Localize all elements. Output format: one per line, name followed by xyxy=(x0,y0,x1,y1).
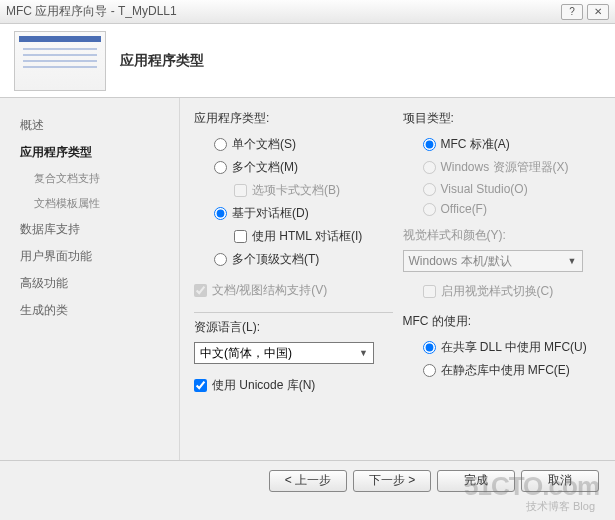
opt-unicode[interactable]: 使用 Unicode 库(N) xyxy=(194,374,393,397)
opt-doc-view-support: 文档/视图结构支持(V) xyxy=(194,279,393,302)
label-project-type: 项目类型: xyxy=(403,110,602,127)
opt-windows-explorer: Windows 资源管理器(X) xyxy=(403,156,602,179)
radio-windows-explorer xyxy=(423,161,436,174)
finish-button[interactable]: 完成 xyxy=(437,470,515,492)
radio-mfc-shared-dll[interactable] xyxy=(423,341,436,354)
radio-dialog-based[interactable] xyxy=(214,207,227,220)
radio-office xyxy=(423,203,436,216)
combo-visual-style-value: Windows 本机/默认 xyxy=(409,253,512,270)
prev-button[interactable]: < 上一步 xyxy=(269,470,347,492)
opt-visual-studio: Visual Studio(O) xyxy=(403,179,602,199)
radio-mfc-static-lib[interactable] xyxy=(423,364,436,377)
opt-top-level-docs[interactable]: 多个顶级文档(T) xyxy=(194,248,393,271)
label-app-type: 应用程序类型: xyxy=(194,110,393,127)
opt-mfc-shared-dll[interactable]: 在共享 DLL 中使用 MFC(U) xyxy=(403,336,602,359)
label-mfc-use: MFC 的使用: xyxy=(403,313,602,330)
radio-top-level-docs[interactable] xyxy=(214,253,227,266)
opt-office: Office(F) xyxy=(403,199,602,219)
checkbox-html-dialog[interactable] xyxy=(234,230,247,243)
sidebar-item-overview[interactable]: 概述 xyxy=(20,112,179,139)
checkbox-tabbed-doc xyxy=(234,184,247,197)
sidebar-item-doc-template[interactable]: 文档模板属性 xyxy=(20,191,179,216)
sidebar-item-ui-features[interactable]: 用户界面功能 xyxy=(20,243,179,270)
titlebar: MFC 应用程序向导 - T_MyDLL1 ? ✕ xyxy=(0,0,615,24)
checkbox-visual-style-switch xyxy=(423,285,436,298)
footer: < 上一步 下一步 > 完成 取消 xyxy=(0,460,615,500)
checkbox-unicode[interactable] xyxy=(194,379,207,392)
combo-resource-language-value: 中文(简体，中国) xyxy=(200,345,292,362)
sidebar-item-compound-doc[interactable]: 复合文档支持 xyxy=(20,166,179,191)
sidebar-item-app-type[interactable]: 应用程序类型 xyxy=(20,139,179,166)
radio-visual-studio xyxy=(423,183,436,196)
radio-single-doc[interactable] xyxy=(214,138,227,151)
sidebar-item-advanced[interactable]: 高级功能 xyxy=(20,270,179,297)
combo-visual-style: Windows 本机/默认 ▼ xyxy=(403,250,583,272)
opt-single-doc[interactable]: 单个文档(S) xyxy=(194,133,393,156)
close-button[interactable]: ✕ xyxy=(587,4,609,20)
opt-multi-doc[interactable]: 多个文档(M) xyxy=(194,156,393,179)
radio-mfc-standard[interactable] xyxy=(423,138,436,151)
cancel-button[interactable]: 取消 xyxy=(521,470,599,492)
opt-html-dialog[interactable]: 使用 HTML 对话框(I) xyxy=(194,225,393,248)
left-column: 应用程序类型: 单个文档(S) 多个文档(M) 选项卡式文档(B) 基于对话框(… xyxy=(194,110,393,448)
chevron-down-icon: ▼ xyxy=(568,256,577,266)
window-title: MFC 应用程序向导 - T_MyDLL1 xyxy=(6,3,177,20)
help-button[interactable]: ? xyxy=(561,4,583,20)
sidebar: 概述 应用程序类型 复合文档支持 文档模板属性 数据库支持 用户界面功能 高级功… xyxy=(0,98,180,460)
next-button[interactable]: 下一步 > xyxy=(353,470,431,492)
right-column: 项目类型: MFC 标准(A) Windows 资源管理器(X) Visual … xyxy=(403,110,602,448)
opt-visual-style-switch: 启用视觉样式切换(C) xyxy=(403,280,602,303)
header: 应用程序类型 xyxy=(0,24,615,98)
content: 应用程序类型: 单个文档(S) 多个文档(M) 选项卡式文档(B) 基于对话框(… xyxy=(180,98,615,460)
opt-mfc-static-lib[interactable]: 在静态库中使用 MFC(E) xyxy=(403,359,602,382)
sidebar-item-generated-classes[interactable]: 生成的类 xyxy=(20,297,179,324)
sidebar-item-database[interactable]: 数据库支持 xyxy=(20,216,179,243)
separator xyxy=(194,312,393,313)
opt-tabbed-doc: 选项卡式文档(B) xyxy=(194,179,393,202)
opt-dialog-based[interactable]: 基于对话框(D) xyxy=(194,202,393,225)
opt-mfc-standard[interactable]: MFC 标准(A) xyxy=(403,133,602,156)
wizard-preview-icon xyxy=(14,31,106,91)
watermark-sub: 技术博客 Blog xyxy=(526,499,595,514)
body: 概述 应用程序类型 复合文档支持 文档模板属性 数据库支持 用户界面功能 高级功… xyxy=(0,98,615,460)
chevron-down-icon: ▼ xyxy=(359,348,368,358)
radio-multi-doc[interactable] xyxy=(214,161,227,174)
label-resource-language: 资源语言(L): xyxy=(194,319,393,336)
page-title: 应用程序类型 xyxy=(120,52,204,70)
checkbox-doc-view-support xyxy=(194,284,207,297)
combo-resource-language[interactable]: 中文(简体，中国) ▼ xyxy=(194,342,374,364)
label-visual-style: 视觉样式和颜色(Y): xyxy=(403,227,602,244)
